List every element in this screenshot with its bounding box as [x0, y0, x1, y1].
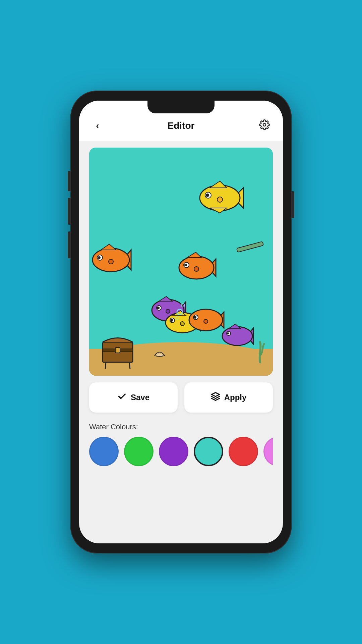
colours-label: Water Colours: [89, 423, 273, 431]
svg-point-27 [194, 267, 199, 271]
svg-marker-54 [212, 392, 219, 396]
notch [147, 101, 215, 113]
svg-point-47 [222, 327, 252, 345]
mute-button [68, 171, 70, 191]
save-button[interactable]: Save [89, 382, 178, 413]
svg-point-14 [217, 197, 223, 202]
action-buttons-row: Save Apply [89, 382, 273, 413]
svg-point-45 [204, 319, 208, 323]
scene-svg [89, 148, 273, 376]
svg-line-8 [129, 362, 130, 369]
phone-screen: ‹ Editor [79, 101, 283, 543]
colour-circle-green[interactable] [124, 437, 154, 466]
ocean-scene [89, 148, 273, 376]
back-button[interactable]: ‹ [89, 117, 106, 134]
back-arrow-icon: ‹ [96, 120, 99, 131]
svg-point-13 [206, 194, 209, 197]
colours-section: Water Colours: [79, 419, 283, 473]
svg-point-49 [227, 332, 229, 334]
colour-circles-row [89, 437, 273, 466]
volume-down-button [68, 231, 70, 258]
settings-button[interactable] [256, 117, 273, 134]
page-title: Editor [168, 120, 195, 131]
layers-icon [211, 392, 220, 403]
svg-line-7 [105, 362, 106, 369]
svg-point-21 [109, 259, 113, 264]
colour-circle-purple[interactable] [159, 437, 188, 466]
svg-point-38 [170, 319, 173, 322]
apply-button[interactable]: Apply [184, 382, 273, 413]
phone-frame: ‹ Editor [70, 91, 292, 553]
gear-icon [259, 119, 270, 132]
svg-point-44 [194, 316, 196, 319]
power-button [292, 191, 294, 218]
svg-point-39 [180, 322, 184, 326]
colour-circle-teal[interactable] [194, 437, 223, 466]
colour-circle-pink[interactable] [263, 437, 273, 466]
colour-circle-red[interactable] [229, 437, 258, 466]
scene-canvas [89, 148, 273, 376]
colour-circle-blue[interactable] [89, 437, 119, 466]
svg-point-26 [184, 264, 187, 266]
volume-up-button [68, 198, 70, 225]
save-label: Save [131, 393, 149, 402]
svg-point-33 [166, 309, 170, 313]
svg-point-0 [263, 123, 266, 126]
svg-point-20 [98, 256, 101, 259]
svg-point-32 [157, 307, 160, 309]
svg-rect-6 [115, 347, 120, 353]
apply-label: Apply [224, 393, 247, 402]
checkmark-icon [117, 392, 127, 403]
